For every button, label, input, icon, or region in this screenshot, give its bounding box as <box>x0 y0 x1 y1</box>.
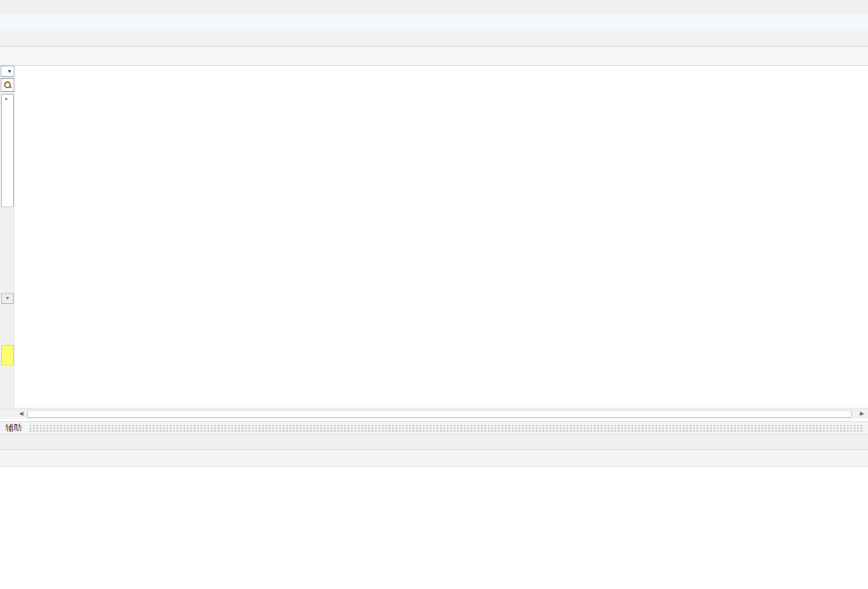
scroll-left-icon[interactable]: ◀ <box>16 410 26 418</box>
left-locate-strip: ▼ ▼ <box>0 66 16 408</box>
aux-tab-bar <box>0 434 868 450</box>
aux-panel-splitter[interactable]: 辅助 <box>0 421 868 434</box>
search-button[interactable] <box>1 78 14 92</box>
main-toolbar <box>0 47 868 66</box>
horizontal-scrollbar[interactable]: ◀ ▶ <box>0 408 868 419</box>
locate-list[interactable] <box>1 94 14 207</box>
locate-dropdown[interactable]: ▼ <box>1 66 14 77</box>
chevron-down-icon: ▼ <box>7 68 12 75</box>
resource-usage-grid <box>0 467 868 589</box>
locate-mini-dropdown[interactable]: ▼ <box>1 293 14 304</box>
scroll-right-icon[interactable]: ▶ <box>857 410 867 418</box>
splitter-dots <box>29 424 864 432</box>
aux-panel-title: 辅助 <box>5 422 22 434</box>
main-grid-area: ▼ ▼ ◀ ▶ <box>0 66 868 419</box>
section-tab-bar <box>0 31 868 47</box>
aux-toolbar <box>0 450 868 467</box>
document-tab-bar <box>0 15 868 31</box>
app-window: ▼ ▼ ◀ ▶ 辅助 <box>0 0 868 589</box>
scrollbar-thumb[interactable] <box>27 410 852 418</box>
locate-highlight-marker <box>1 345 14 365</box>
search-icon <box>3 81 12 90</box>
bill-items-grid <box>15 66 868 408</box>
menu-bar <box>0 0 868 16</box>
